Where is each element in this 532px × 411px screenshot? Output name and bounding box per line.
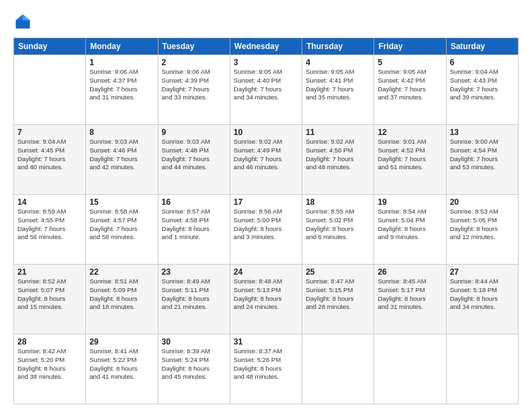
day-info: Sunrise: 8:37 AM Sunset: 5:26 PM Dayligh… <box>234 347 298 381</box>
day-info: Sunrise: 9:02 AM Sunset: 4:49 PM Dayligh… <box>234 138 298 172</box>
day-cell-16: 16Sunrise: 8:57 AM Sunset: 4:58 PM Dayli… <box>158 195 230 265</box>
day-number: 9 <box>162 128 226 137</box>
day-number: 2 <box>162 58 226 67</box>
day-info: Sunrise: 8:44 AM Sunset: 5:18 PM Dayligh… <box>450 277 515 312</box>
day-info: Sunrise: 8:51 AM Sunset: 5:09 PM Dayligh… <box>89 277 154 312</box>
svg-marker-2 <box>16 15 24 21</box>
day-info: Sunrise: 8:49 AM Sunset: 5:11 PM Dayligh… <box>162 277 226 312</box>
day-number: 18 <box>306 197 370 207</box>
day-number: 17 <box>234 197 298 207</box>
day-cell-27: 27Sunrise: 8:44 AM Sunset: 5:18 PM Dayli… <box>446 265 518 334</box>
day-cell-15: 15Sunrise: 8:58 AM Sunset: 4:57 PM Dayli… <box>86 195 158 265</box>
logo <box>13 12 35 31</box>
day-number: 6 <box>450 58 515 67</box>
day-info: Sunrise: 9:05 AM Sunset: 4:41 PM Dayligh… <box>306 68 370 102</box>
day-cell-10: 10Sunrise: 9:02 AM Sunset: 4:49 PM Dayli… <box>230 125 302 195</box>
weekday-header-thursday: Thursday <box>302 38 374 55</box>
day-number: 13 <box>450 128 515 137</box>
day-cell-12: 12Sunrise: 9:01 AM Sunset: 4:52 PM Dayli… <box>374 125 446 195</box>
weekday-header-monday: Monday <box>86 38 158 55</box>
day-info: Sunrise: 9:05 AM Sunset: 4:42 PM Dayligh… <box>378 68 442 102</box>
day-cell-30: 30Sunrise: 8:39 AM Sunset: 5:24 PM Dayli… <box>158 334 230 404</box>
day-info: Sunrise: 8:54 AM Sunset: 5:04 PM Dayligh… <box>378 208 442 242</box>
day-info: Sunrise: 8:47 AM Sunset: 5:15 PM Dayligh… <box>306 277 370 312</box>
day-cell-22: 22Sunrise: 8:51 AM Sunset: 5:09 PM Dayli… <box>86 265 158 334</box>
day-number: 25 <box>306 267 370 277</box>
day-cell-6: 6Sunrise: 9:04 AM Sunset: 4:43 PM Daylig… <box>446 55 518 125</box>
weekday-header-sunday: Sunday <box>14 38 86 55</box>
day-info: Sunrise: 8:52 AM Sunset: 5:07 PM Dayligh… <box>17 277 82 312</box>
week-row-1: 1Sunrise: 9:06 AM Sunset: 4:37 PM Daylig… <box>14 55 519 125</box>
day-info: Sunrise: 9:06 AM Sunset: 4:39 PM Dayligh… <box>162 68 226 102</box>
day-info: Sunrise: 9:03 AM Sunset: 4:46 PM Dayligh… <box>89 138 154 172</box>
day-number: 5 <box>378 58 442 67</box>
day-cell-28: 28Sunrise: 8:42 AM Sunset: 5:20 PM Dayli… <box>14 334 86 404</box>
day-number: 12 <box>378 128 442 137</box>
weekday-header-friday: Friday <box>374 38 446 55</box>
week-row-5: 28Sunrise: 8:42 AM Sunset: 5:20 PM Dayli… <box>14 334 519 404</box>
day-cell-3: 3Sunrise: 9:05 AM Sunset: 4:40 PM Daylig… <box>230 55 302 125</box>
week-row-4: 21Sunrise: 8:52 AM Sunset: 5:07 PM Dayli… <box>14 265 519 334</box>
day-info: Sunrise: 8:56 AM Sunset: 5:00 PM Dayligh… <box>234 208 298 242</box>
day-cell-19: 19Sunrise: 8:54 AM Sunset: 5:04 PM Dayli… <box>374 195 446 265</box>
empty-cell <box>374 334 446 404</box>
day-number: 15 <box>89 197 154 207</box>
day-info: Sunrise: 8:42 AM Sunset: 5:20 PM Dayligh… <box>17 347 82 381</box>
week-row-2: 7Sunrise: 9:04 AM Sunset: 4:45 PM Daylig… <box>14 125 519 195</box>
day-cell-9: 9Sunrise: 9:03 AM Sunset: 4:48 PM Daylig… <box>158 125 230 195</box>
empty-cell <box>14 55 86 125</box>
day-cell-2: 2Sunrise: 9:06 AM Sunset: 4:39 PM Daylig… <box>158 55 230 125</box>
day-cell-23: 23Sunrise: 8:49 AM Sunset: 5:11 PM Dayli… <box>158 265 230 334</box>
day-number: 3 <box>234 58 298 67</box>
day-number: 20 <box>450 197 515 207</box>
day-cell-13: 13Sunrise: 9:00 AM Sunset: 4:54 PM Dayli… <box>446 125 518 195</box>
day-cell-18: 18Sunrise: 8:55 AM Sunset: 5:02 PM Dayli… <box>302 195 374 265</box>
day-number: 29 <box>89 337 154 347</box>
day-number: 14 <box>17 197 82 207</box>
day-number: 30 <box>162 337 226 347</box>
day-cell-5: 5Sunrise: 9:05 AM Sunset: 4:42 PM Daylig… <box>374 55 446 125</box>
day-cell-17: 17Sunrise: 8:56 AM Sunset: 5:00 PM Dayli… <box>230 195 302 265</box>
day-number: 4 <box>306 58 370 67</box>
svg-marker-1 <box>23 15 30 21</box>
day-number: 26 <box>378 267 442 277</box>
day-cell-14: 14Sunrise: 8:59 AM Sunset: 4:55 PM Dayli… <box>14 195 86 265</box>
day-number: 28 <box>17 337 82 347</box>
day-info: Sunrise: 8:41 AM Sunset: 5:22 PM Dayligh… <box>89 347 154 381</box>
header <box>13 12 519 31</box>
day-cell-4: 4Sunrise: 9:05 AM Sunset: 4:41 PM Daylig… <box>302 55 374 125</box>
weekday-header-tuesday: Tuesday <box>158 38 230 55</box>
day-cell-24: 24Sunrise: 8:48 AM Sunset: 5:13 PM Dayli… <box>230 265 302 334</box>
page: SundayMondayTuesdayWednesdayThursdayFrid… <box>0 0 532 411</box>
day-number: 7 <box>17 128 82 137</box>
day-cell-8: 8Sunrise: 9:03 AM Sunset: 4:46 PM Daylig… <box>86 125 158 195</box>
day-info: Sunrise: 9:04 AM Sunset: 4:43 PM Dayligh… <box>450 68 515 102</box>
day-number: 27 <box>450 267 515 277</box>
day-info: Sunrise: 9:04 AM Sunset: 4:45 PM Dayligh… <box>17 138 82 172</box>
day-number: 24 <box>234 267 298 277</box>
day-number: 11 <box>306 128 370 137</box>
day-cell-25: 25Sunrise: 8:47 AM Sunset: 5:15 PM Dayli… <box>302 265 374 334</box>
day-number: 16 <box>162 197 226 207</box>
day-info: Sunrise: 8:48 AM Sunset: 5:13 PM Dayligh… <box>234 277 298 312</box>
day-info: Sunrise: 9:01 AM Sunset: 4:52 PM Dayligh… <box>378 138 442 172</box>
calendar-table: SundayMondayTuesdayWednesdayThursdayFrid… <box>13 38 519 404</box>
day-info: Sunrise: 8:58 AM Sunset: 4:57 PM Dayligh… <box>89 208 154 242</box>
day-number: 23 <box>162 267 226 277</box>
day-info: Sunrise: 9:03 AM Sunset: 4:48 PM Dayligh… <box>162 138 226 172</box>
weekday-header-wednesday: Wednesday <box>230 38 302 55</box>
weekday-header-saturday: Saturday <box>446 38 518 55</box>
week-row-3: 14Sunrise: 8:59 AM Sunset: 4:55 PM Dayli… <box>14 195 519 265</box>
day-number: 8 <box>89 128 154 137</box>
empty-cell <box>302 334 374 404</box>
logo-icon <box>13 12 32 31</box>
day-cell-26: 26Sunrise: 8:45 AM Sunset: 5:17 PM Dayli… <box>374 265 446 334</box>
day-number: 19 <box>378 197 442 207</box>
day-info: Sunrise: 8:59 AM Sunset: 4:55 PM Dayligh… <box>17 208 82 242</box>
day-info: Sunrise: 9:00 AM Sunset: 4:54 PM Dayligh… <box>450 138 515 172</box>
day-info: Sunrise: 9:02 AM Sunset: 4:50 PM Dayligh… <box>306 138 370 172</box>
day-info: Sunrise: 8:39 AM Sunset: 5:24 PM Dayligh… <box>162 347 226 381</box>
day-info: Sunrise: 8:55 AM Sunset: 5:02 PM Dayligh… <box>306 208 370 242</box>
empty-cell <box>446 334 518 404</box>
day-number: 21 <box>17 267 82 277</box>
